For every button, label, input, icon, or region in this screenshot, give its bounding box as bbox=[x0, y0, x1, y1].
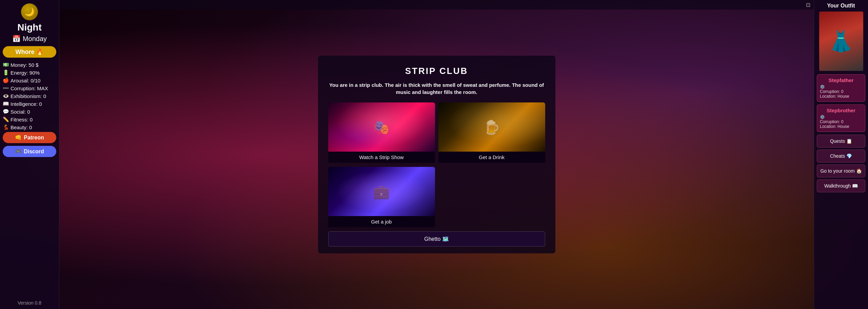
go-to-room-button[interactable]: Go to your room 🏠 bbox=[817, 165, 865, 177]
outfit-emoji: 👗 bbox=[828, 29, 854, 53]
discord-button[interactable]: 🎮 Discord bbox=[3, 146, 56, 157]
social-icon: 💬 bbox=[3, 109, 9, 115]
ghetto-nav-button[interactable]: Ghetto 🗺️ bbox=[328, 231, 545, 247]
stat-beauty: 💃 Beauty: 0 bbox=[3, 124, 56, 130]
avatar: 🌙 bbox=[21, 3, 38, 20]
stepfather-corruption: Corruption: 0 bbox=[820, 89, 862, 94]
stepbrother-gear: ⚙️ bbox=[820, 115, 862, 119]
walkthrough-button[interactable]: Walkthrough 📖 bbox=[817, 179, 865, 192]
location-title: STRIP CLUB bbox=[328, 66, 545, 76]
stat-energy: 🔋 Energy: 90% bbox=[3, 70, 56, 76]
fitness-icon: ✏️ bbox=[3, 116, 9, 122]
corruption-icon: ➖ bbox=[3, 85, 9, 91]
top-bar: ⊡ bbox=[59, 0, 814, 9]
fullscreen-icon[interactable]: ⊡ bbox=[806, 2, 810, 8]
get-job-label: Get a job bbox=[328, 216, 435, 227]
outfit-title: Your Outfit bbox=[827, 3, 855, 9]
job-image bbox=[328, 167, 435, 216]
stepbrother-name: Stepbrother bbox=[820, 108, 862, 113]
strip-show-image bbox=[328, 102, 435, 152]
bar-image bbox=[438, 102, 545, 152]
stat-intelligence: 📖 Intelligence: 0 bbox=[3, 101, 56, 107]
day-label: 📅 Monday bbox=[12, 35, 47, 43]
discord-icon: 🎮 bbox=[15, 148, 22, 155]
stat-money: 💵 Money: 50 $ bbox=[3, 62, 56, 68]
beauty-icon: 💃 bbox=[3, 124, 9, 130]
get-drink-label: Get a Drink bbox=[438, 152, 545, 163]
location-description: You are in a strip club. The air is thic… bbox=[328, 81, 545, 96]
exhibitionism-icon: 👁️ bbox=[3, 93, 9, 99]
stat-social: 💬 Social: 0 bbox=[3, 109, 56, 115]
stepbrother-corruption: Corruption: 0 bbox=[820, 119, 862, 124]
action-get-job[interactable]: Get a job bbox=[328, 167, 435, 228]
action-strip-show[interactable]: Watch a Strip Show bbox=[328, 102, 435, 163]
stepbrother-location: Location: House bbox=[820, 124, 862, 129]
content-panel: STRIP CLUB You are in a strip club. The … bbox=[318, 56, 555, 253]
patreon-icon: 👊 bbox=[15, 134, 22, 141]
actions-grid: Watch a Strip Show Get a Drink Get a job bbox=[328, 102, 545, 228]
gear-icon-stepfather: ⚙️ bbox=[820, 84, 825, 89]
strip-show-label: Watch a Strip Show bbox=[328, 152, 435, 163]
time-label: Night bbox=[17, 22, 42, 33]
stat-arousal: 🍎 Arousal: 0/10 bbox=[3, 77, 56, 83]
quests-button[interactable]: Quests 📋 bbox=[817, 135, 865, 148]
outfit-image[interactable]: 👗 bbox=[819, 12, 863, 71]
cheats-button[interactable]: Cheats 💎 bbox=[817, 150, 865, 162]
energy-icon: 🔋 bbox=[3, 70, 9, 76]
left-sidebar: 🌙 Night 📅 Monday Whore 🔥 💵 Money: 50 $ 🔋… bbox=[0, 0, 59, 309]
arousal-icon: 🍎 bbox=[3, 77, 9, 83]
stepbrother-card: Stepbrother ⚙️ Corruption: 0 Location: H… bbox=[817, 104, 865, 132]
stepfather-card: Stepfather ⚙️ Corruption: 0 Location: Ho… bbox=[817, 74, 865, 102]
money-icon: 💵 bbox=[3, 62, 9, 68]
right-sidebar: Your Outfit 👗 Stepfather ⚙️ Corruption: … bbox=[814, 0, 868, 309]
stepfather-gear: ⚙️ bbox=[820, 84, 862, 89]
gear-icon-stepbrother: ⚙️ bbox=[820, 115, 825, 119]
day-icon: 📅 bbox=[12, 35, 21, 43]
action-get-drink[interactable]: Get a Drink bbox=[438, 102, 545, 163]
version-label: Version 0.8 bbox=[18, 300, 41, 306]
role-button[interactable]: Whore 🔥 bbox=[3, 46, 56, 58]
stat-exhibitionism: 👁️ Exhibitionism: 0 bbox=[3, 93, 56, 99]
stepfather-name: Stepfather bbox=[820, 77, 862, 83]
stepfather-location: Location: House bbox=[820, 94, 862, 99]
stat-fitness: ✏️ Fitness: 0 bbox=[3, 116, 56, 122]
stat-corruption: ➖ Corruption: MAX bbox=[3, 85, 56, 91]
intelligence-icon: 📖 bbox=[3, 101, 9, 107]
patreon-button[interactable]: 👊 Patreon bbox=[3, 132, 56, 143]
main-content: STRIP CLUB You are in a strip club. The … bbox=[59, 0, 814, 309]
